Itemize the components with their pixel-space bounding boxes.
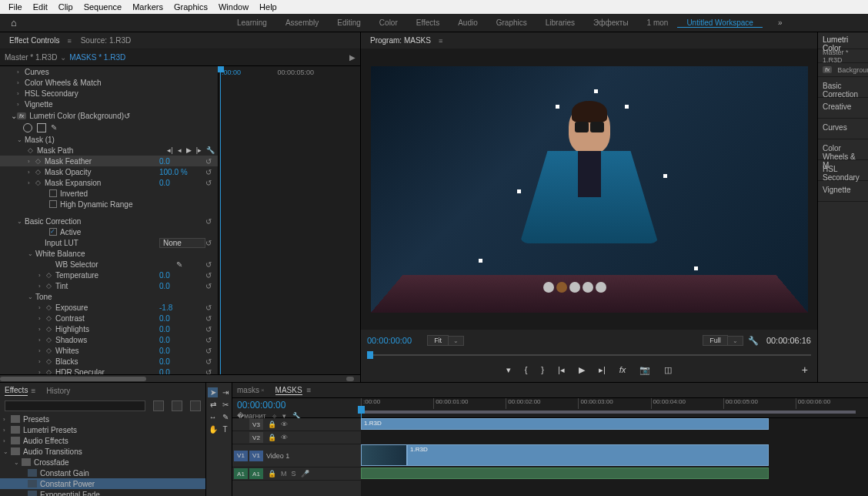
hdr-checkbox[interactable] (49, 200, 57, 208)
reset-icon[interactable]: ↺ (205, 325, 212, 333)
keyframe-icon[interactable]: ◇ (46, 314, 55, 322)
mask-vertex[interactable] (517, 189, 521, 193)
audio-transitions-folder[interactable]: Audio Transitions (23, 447, 82, 456)
audio-clip[interactable] (361, 468, 769, 479)
keyframe-icon[interactable]: ◇ (46, 357, 55, 365)
chevron-down-icon[interactable]: ⌄ (728, 336, 743, 346)
collapse-icon[interactable]: ⌄ (28, 293, 35, 300)
step-back-icon[interactable]: ◂ (178, 146, 182, 154)
breadcrumb-master[interactable]: Master * 1.R3D (5, 53, 57, 62)
reset-icon[interactable]: ↺ (205, 271, 212, 280)
slip-tool-icon[interactable]: ↔ (208, 412, 218, 422)
expand-icon[interactable]: › (38, 304, 46, 311)
keyframe-icon[interactable]: ◇ (46, 336, 55, 344)
whites-label[interactable]: Whites (55, 347, 159, 355)
lumetri-title[interactable]: Lumetri Color (818, 32, 868, 49)
expand-icon[interactable]: › (3, 416, 11, 423)
mini-playhead[interactable] (220, 66, 221, 374)
fx-badge-icon[interactable]: fx (17, 112, 26, 119)
lumetri-curves[interactable]: Curves (818, 119, 868, 139)
mask-path[interactable]: Mask Path (37, 146, 164, 155)
collapse-icon[interactable]: ⌄ (11, 112, 17, 120)
keyframe-icon[interactable]: ◇ (46, 271, 55, 279)
reset-icon[interactable]: ↺ (205, 357, 212, 366)
solo-toggle[interactable]: S (292, 470, 296, 478)
workspace-audio[interactable]: Audio (449, 18, 487, 28)
expand-icon[interactable]: › (38, 326, 46, 333)
source-label[interactable]: Source: 1.R3D (81, 36, 132, 45)
ellipse-mask-icon[interactable] (23, 123, 32, 132)
video-clip-v2[interactable]: 1.R3D (361, 418, 769, 430)
expand-icon[interactable]: › (17, 79, 25, 86)
program-timecode[interactable]: 00:00:00:00 (367, 336, 412, 345)
keyframe-icon[interactable]: ◇ (46, 347, 55, 354)
workspace-libraries[interactable]: Libraries (536, 18, 584, 28)
effect-scrollbar[interactable] (0, 374, 360, 382)
eye-icon[interactable]: 👁 (281, 421, 288, 428)
reset-icon[interactable]: ↺ (205, 168, 212, 176)
tint-value[interactable]: 0.0 (159, 282, 205, 290)
keyframe-icon[interactable]: ◇ (35, 157, 45, 165)
expand-icon[interactable]: › (38, 315, 46, 322)
eye-icon[interactable]: 👁 (281, 434, 288, 441)
expand-icon[interactable]: › (28, 158, 35, 165)
history-tab[interactable]: History (46, 387, 70, 395)
chevron-down-icon[interactable]: ⌄ (60, 53, 66, 62)
lumetri-colorwheels[interactable]: Color Wheels & M (818, 139, 868, 160)
program-scrubber[interactable] (367, 350, 811, 360)
timeline-tracks[interactable]: 1.R3D 1.R3D (361, 418, 868, 496)
play-icon[interactable]: ▶ (579, 365, 585, 375)
contrast-value[interactable]: 0.0 (159, 314, 205, 323)
camera-icon[interactable]: 📷 (639, 365, 650, 375)
reset-icon[interactable]: ↺ (205, 239, 212, 247)
section-curves[interactable]: Curves (25, 68, 215, 76)
menu-markers[interactable]: Markers (127, 2, 169, 12)
reset-icon[interactable]: ↺ (205, 347, 212, 355)
track-select-tool-icon[interactable]: ⇥ (220, 387, 230, 397)
hdr-spec-label[interactable]: HDR Specular (55, 368, 159, 375)
whites-value[interactable]: 0.0 (159, 347, 205, 355)
blacks-value[interactable]: 0.0 (159, 357, 205, 366)
lock-icon[interactable]: 🔒 (268, 421, 276, 428)
mask-opacity-label[interactable]: Mask Opacity (45, 168, 159, 176)
mask-expansion-label[interactable]: Mask Expansion (45, 179, 159, 187)
reset-icon[interactable]: ↺ (205, 314, 212, 323)
lumetri-basic[interactable]: Basic Correction (818, 77, 868, 98)
expand-icon[interactable]: › (38, 337, 46, 344)
razor-tool-icon[interactable]: ✂ (220, 400, 230, 410)
expand-icon[interactable]: › (3, 437, 11, 444)
keyframe-icon[interactable]: ◇ (46, 282, 55, 290)
out-point-icon[interactable]: } (541, 365, 544, 374)
expand-icon[interactable]: › (28, 179, 35, 186)
step-forward-icon[interactable]: ▸| (599, 365, 606, 375)
mask-vertex[interactable] (625, 105, 629, 109)
collapse-icon[interactable]: ⌄ (14, 459, 22, 466)
track-a1-target[interactable]: A1 (249, 468, 263, 479)
panel-menu-icon[interactable]: ≡ (67, 37, 71, 45)
mask-vertex[interactable] (479, 259, 482, 263)
workspace-graphics[interactable]: Graphics (487, 18, 536, 28)
menu-sequence[interactable]: Sequence (78, 2, 128, 12)
section-hsl[interactable]: HSL Secondary (25, 89, 215, 98)
exposure-label[interactable]: Exposure (55, 303, 159, 312)
keyframe-icon[interactable]: ◇ (35, 168, 45, 176)
sequence-tab-1[interactable]: masks (237, 386, 259, 394)
track-v2-toggle[interactable]: V2 (249, 432, 263, 443)
lock-icon[interactable]: 🔒 (268, 434, 276, 441)
home-icon[interactable]: ⌂ (0, 17, 28, 28)
video-clip[interactable]: 1.R3D (407, 444, 769, 466)
mask-vertex[interactable] (663, 174, 667, 178)
pen-tool-icon[interactable]: ✎ (220, 412, 230, 422)
mask-feather-value[interactable]: 0.0 (159, 157, 205, 166)
resolution-dropdown[interactable]: Full (703, 335, 728, 346)
collapse-icon[interactable]: ⌄ (3, 448, 11, 455)
menu-window[interactable]: Window (213, 2, 254, 12)
step-fwd-icon[interactable]: |▸ (196, 146, 202, 154)
expand-icon[interactable]: › (38, 369, 46, 375)
zoom-fit-dropdown[interactable]: Fit (427, 335, 449, 346)
rect-mask-icon[interactable] (37, 123, 46, 132)
collapse-icon[interactable]: ⌄ (28, 250, 35, 257)
program-monitor[interactable] (361, 49, 817, 330)
track-a1-source[interactable]: A1 (234, 468, 248, 479)
keyframe-icon[interactable]: ◇ (35, 179, 45, 186)
